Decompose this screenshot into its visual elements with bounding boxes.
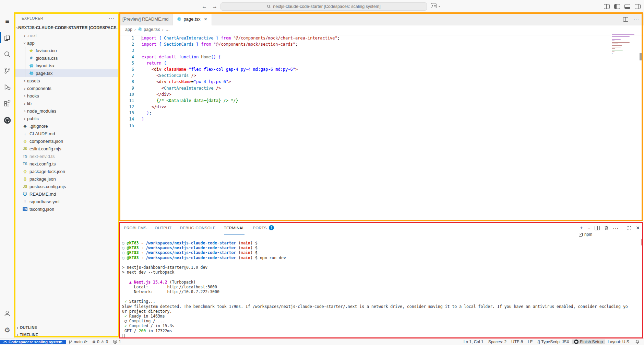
forwarded-ports-item[interactable]: 1 <box>110 340 123 344</box>
file-tree-item[interactable]: ◆.gitignore <box>15 122 118 130</box>
code-line[interactable]: 11 {/* <DataTable data={data} /> */} <box>118 97 644 104</box>
terminal-output[interactable]: ○ @KT83 → /workspaces/nextjs-claude-code… <box>118 234 644 338</box>
activity-item-source-control[interactable] <box>0 62 14 79</box>
file-tree-item[interactable]: ›app <box>15 39 118 47</box>
file-tree-item[interactable]: JSpostcss.config.mjs <box>15 183 118 190</box>
panel-tab-terminal[interactable]: TERMINAL <box>224 221 245 234</box>
status-eol[interactable]: LF <box>525 340 535 344</box>
panel-tab-ports[interactable]: PORTS1 <box>253 221 274 234</box>
file-tree-item[interactable]: !squadbase.yml <box>15 198 118 205</box>
close-tab-icon[interactable]: ✕ <box>204 17 207 22</box>
file-tree-item[interactable]: {}package-lock.json <box>15 168 118 175</box>
panel-tab-output[interactable]: OUTPUT <box>155 221 171 234</box>
file-tree-item[interactable]: {}package.json <box>15 175 118 183</box>
close-panel-icon[interactable]: ✕ <box>636 225 640 231</box>
code-line[interactable]: 10 </div> <box>118 91 644 97</box>
file-tree-item[interactable]: ›components <box>15 84 118 92</box>
code-editor[interactable]: 1import { ChartAreaInteractive } from "@… <box>118 34 644 221</box>
activity-item-accounts[interactable] <box>0 305 14 322</box>
activity-item-menu-button[interactable]: ≡ <box>0 13 14 30</box>
file-tree-item[interactable]: ›lib <box>15 100 118 107</box>
file-tree-item[interactable]: ★favicon.ico <box>15 47 118 54</box>
new-terminal-icon[interactable]: ＋ <box>579 225 584 231</box>
editor-more-actions-icon[interactable]: ··· <box>634 17 639 22</box>
file-tree-item[interactable]: JSeslint.config.mjs <box>15 145 118 152</box>
code-line[interactable]: 15 <box>118 123 644 129</box>
status-language-mode[interactable]: {} TypeScript JSX <box>535 340 572 344</box>
terminal-scrollbar[interactable] <box>641 239 643 245</box>
copilot-menu[interactable]: ⌄ <box>431 3 441 8</box>
code-line[interactable]: 12 </div> <box>118 104 644 110</box>
activity-item-github[interactable] <box>0 112 14 128</box>
outline-section[interactable]: › OUTLINE <box>15 324 118 331</box>
file-tree-item[interactable]: ›hooks <box>15 92 118 100</box>
activity-item-extensions[interactable] <box>0 95 14 112</box>
breadcrumb-item[interactable]: app <box>125 27 132 32</box>
terminal-dropdown-icon[interactable]: ⌄ <box>588 226 591 230</box>
breadcrumb-item[interactable]: page.tsx <box>138 27 160 32</box>
file-tree-item[interactable]: ›.next <box>15 32 118 39</box>
terminal-line: GET / 200 in 17322ms <box>122 329 641 333</box>
editor-tab--preview-readme-md[interactable]: [Preview] README.md <box>118 13 173 25</box>
branch-item[interactable]: main⟳ <box>66 340 90 344</box>
file-tree-item[interactable]: layout.tsx <box>15 62 118 69</box>
notifications-bell[interactable] <box>633 340 642 344</box>
file-tree-item[interactable]: TSnext-env.d.ts <box>15 152 118 160</box>
file-tree-item[interactable]: ›assets <box>15 77 118 84</box>
code-line[interactable]: 1import { ChartAreaInteractive } from "@… <box>118 35 644 41</box>
activity-item-search[interactable] <box>0 46 14 62</box>
problems-item[interactable]: ⊗0⚠0 <box>90 340 110 344</box>
panel-more-actions-icon[interactable]: ··· <box>613 225 619 231</box>
explorer-more-actions-icon[interactable]: ··· <box>109 15 115 21</box>
code-line[interactable]: 5 return ( <box>118 60 644 66</box>
panel-tab-debug-console[interactable]: DEBUG CONSOLE <box>180 221 215 234</box>
code-line[interactable]: 7 <SectionCards /> <box>118 72 644 79</box>
customize-layout-icon[interactable] <box>604 4 610 9</box>
toggle-secondary-sidebar-icon[interactable] <box>635 4 641 9</box>
maximize-panel-icon[interactable] <box>627 226 632 230</box>
activity-item-run-and-debug[interactable] <box>0 79 14 95</box>
split-editor-icon[interactable] <box>623 17 628 22</box>
timeline-section[interactable]: › TIMELINE <box>15 331 118 338</box>
forward-button[interactable]: → <box>212 3 217 10</box>
activity-item-explorer[interactable] <box>0 30 14 46</box>
minimap[interactable] <box>612 34 639 58</box>
code-line[interactable]: 14} <box>118 116 644 122</box>
file-tree-item[interactable]: {}components.json <box>15 137 118 145</box>
file-tree-item[interactable]: ↓CLAUDE.md <box>15 130 118 137</box>
panel-tab-problems[interactable]: PROBLEMS <box>124 221 146 234</box>
toggle-primary-sidebar-icon[interactable] <box>614 4 620 9</box>
file-tree-item[interactable]: ›public <box>15 115 118 122</box>
code-line[interactable]: 6 <div className="flex flex-col gap-4 py… <box>118 66 644 72</box>
activity-item-settings[interactable]: ⚙ <box>0 322 14 338</box>
status-keyboard-layout[interactable]: Layout: U.S. <box>605 340 633 344</box>
breadcrumb-separator: › <box>162 27 163 32</box>
status-finish-setup[interactable]: Finish Setup <box>572 340 605 344</box>
code-line[interactable]: 2import { SectionCards } from "@/compone… <box>118 41 644 47</box>
editor-tab-page-tsx[interactable]: page.tsx✕ <box>173 13 212 25</box>
code-line[interactable]: 3 <box>118 47 644 54</box>
back-button[interactable]: ← <box>202 3 207 10</box>
file-tree-root[interactable]: ›NEXTJS-CLAUDE-CODE-STARTER [CODESPACE..… <box>15 24 118 32</box>
file-tree-item[interactable]: #globals.css <box>15 54 118 62</box>
kill-terminal-icon[interactable] <box>604 226 609 230</box>
file-tree-item[interactable]: TStsconfig.json <box>15 205 118 213</box>
code-line[interactable]: 9 <ChartAreaInteractive /> <box>118 85 644 91</box>
toggle-panel-icon[interactable] <box>624 4 630 9</box>
code-line[interactable]: 4export default function Home() { <box>118 54 644 60</box>
status-indentation[interactable]: Spaces: 2 <box>486 340 509 344</box>
command-center-search[interactable]: nextjs-claude-code-starter [Codespaces: … <box>220 2 427 11</box>
code-line[interactable]: 13 ); <box>118 110 644 116</box>
file-tree-item[interactable]: TSnext.config.ts <box>15 160 118 168</box>
status-cursor-position[interactable]: Ln 1, Col 1 <box>461 340 486 344</box>
status-encoding[interactable]: UTF-8 <box>509 340 525 344</box>
breadcrumb[interactable]: app›page.tsx›… <box>118 25 644 34</box>
split-terminal-icon[interactable] <box>595 226 600 230</box>
file-tree-item[interactable]: ⓘREADME.md <box>15 190 118 198</box>
remote-indicator[interactable]: ><Codespaces: scaling system <box>0 340 66 344</box>
editor-scrollbar[interactable] <box>640 53 643 60</box>
file-tree-item[interactable]: page.tsx <box>15 69 118 77</box>
code-line[interactable]: 8 <div className="px-4 lg:px-6"> <box>118 79 644 85</box>
file-tree-item[interactable]: ›node_modules <box>15 107 118 115</box>
breadcrumb-item[interactable]: … <box>165 27 170 32</box>
